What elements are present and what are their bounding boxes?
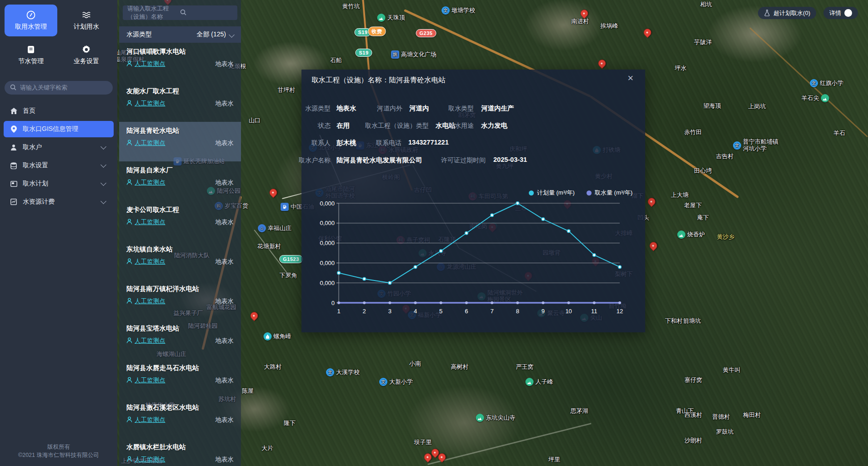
map-label-text: 大溪学校 <box>336 369 360 376</box>
manual-monitor-link[interactable]: 人工监测点 <box>126 218 166 226</box>
sidebar-item-5[interactable]: 水资源计费 <box>4 194 114 210</box>
station-name: 麦卡公司取水工程 <box>126 205 234 214</box>
manual-monitor-link[interactable]: 人工监测点 <box>126 337 166 345</box>
manual-monitor-link[interactable]: 人工监测点 <box>126 139 166 147</box>
station-list-item[interactable]: 陆河县宝塔水电站 人工监测点 地表水 <box>119 320 241 359</box>
close-icon[interactable]: × <box>627 73 633 83</box>
legend-item[interactable]: 取水量 (m³/年) <box>587 189 632 197</box>
filter-dropdown[interactable]: 全部 (125) <box>196 30 234 39</box>
map-place-label: 高树村 <box>451 364 469 371</box>
field-label: 取水户名称 <box>299 156 331 165</box>
nature-poi-icon[interactable] <box>476 414 484 422</box>
meter-icon <box>26 10 36 20</box>
gas-poi-icon[interactable] <box>281 203 289 211</box>
water-poi-icon[interactable] <box>264 332 272 341</box>
culture-poi-icon[interactable]: 旗 <box>391 50 399 59</box>
sidebar-item-label: 首页 <box>23 107 35 115</box>
detail-toggle[interactable]: 详情 <box>823 7 858 19</box>
map-place-label: 下和村 <box>665 318 683 325</box>
map-place-label: 沙朗村 <box>685 437 702 444</box>
svg-text:7: 7 <box>490 308 493 315</box>
module-tile-2[interactable]: 节水管理 <box>5 39 57 71</box>
station-search-input[interactable]: 请输入取水工程（设施）名称 <box>123 5 237 20</box>
source-type-filter: 水源类型 全部 (125) <box>119 26 241 43</box>
school-pin-icon[interactable]: 文 <box>379 378 387 386</box>
station-list-item[interactable]: 东坑镇自来水站 人工监测点 地表水 <box>119 241 241 280</box>
sidebar-item-0[interactable]: 首页 <box>4 103 114 119</box>
map-label-text: 严王窝 <box>516 364 534 371</box>
map-label-text: 人子峰 <box>536 379 553 386</box>
person-icon <box>126 456 132 463</box>
manual-monitor-link[interactable]: 人工监测点 <box>126 100 166 108</box>
map-place-label: 旗高塘文化广场 <box>391 50 437 59</box>
nature-poi-icon[interactable] <box>526 378 534 386</box>
module-tile-3[interactable]: 业务设置 <box>60 39 113 71</box>
station-list-item[interactable]: 陆河县青砼水电站 人工监测点 地表水 <box>119 122 241 161</box>
station-list-item[interactable]: 友能水厂取水工程 人工监测点 地表水 <box>119 82 241 122</box>
module-tile-1[interactable]: 计划用水 <box>60 5 113 36</box>
station-list-item[interactable]: 陆河县激石溪老区水电站 人工监测点 地表水 <box>119 399 241 438</box>
over-plan-water-button[interactable]: 超计划取水(0) <box>758 7 816 19</box>
map-label-text: 寨仔窝 <box>685 377 702 384</box>
station-list-item[interactable]: 陆河县南万镇杞洋水电站 人工监测点 地表水 <box>119 280 241 320</box>
manual-monitor-link[interactable]: 人工监测点 <box>126 376 166 385</box>
map-label-text: 隆下 <box>284 420 296 427</box>
sidebar-item-label: 取水户 <box>23 143 42 151</box>
station-list-item[interactable]: 水唇镇水栏肚水电站 人工监测点 地表水 <box>119 438 241 466</box>
map-place-label: 石船 <box>330 57 342 64</box>
person-icon <box>126 179 132 186</box>
manual-monitor-link[interactable]: 人工监测点 <box>126 179 166 187</box>
nature-poi-icon[interactable] <box>821 94 829 102</box>
module-tile-0[interactable]: 取用水管理 <box>5 5 57 36</box>
manual-monitor-link[interactable]: 人工监测点 <box>126 416 166 424</box>
svg-text:5: 5 <box>439 308 442 315</box>
map-place-label: 文大溪学校 <box>326 368 360 376</box>
blue-poi-icon[interactable]: ⌂ <box>258 224 266 232</box>
svg-text:4,000,000: 4,000,000 <box>320 220 335 226</box>
sidebar-item-1[interactable]: 取水口GIS信息管理 <box>4 121 114 137</box>
water-source-type: 地表水 <box>216 297 234 306</box>
chevron-down-icon <box>100 198 106 204</box>
station-list-item[interactable]: 陆河县自来水厂 人工监测点 地表水 <box>119 161 241 201</box>
manual-monitor-link[interactable]: 人工监测点 <box>126 456 166 464</box>
map-label-text: 芋陂洋 <box>694 39 712 46</box>
module-tile-label: 取用水管理 <box>15 23 47 31</box>
map-label-text: 羊石 <box>833 130 845 137</box>
school-pin-icon[interactable]: 文 <box>326 368 334 376</box>
legend-label: 计划量 (m³/年) <box>537 189 575 197</box>
manual-monitor-link[interactable]: 人工监测点 <box>126 258 166 266</box>
station-list-item[interactable]: 陆河县水唇走马石水电站 人工监测点 地表水 <box>119 359 241 399</box>
nature-poi-icon[interactable] <box>677 230 686 239</box>
flask-icon <box>764 10 770 16</box>
search-icon <box>10 84 16 92</box>
document-icon <box>26 45 36 55</box>
station-list-item[interactable]: 麦卡公司取水工程 人工监测点 地表水 <box>119 201 241 241</box>
field-label: 取水用途 <box>448 122 474 130</box>
sidebar-item-3[interactable]: 取水设置 <box>4 157 114 174</box>
nature-poi-icon[interactable] <box>377 14 386 22</box>
map-place-label: 普德村 <box>712 414 730 421</box>
module-tiles: 取用水管理 计划用水 节水管理 业务设置 <box>0 0 117 75</box>
manual-monitor-link[interactable]: 人工监测点 <box>126 297 166 306</box>
map-label-text: 山口 <box>249 117 261 124</box>
legend-item[interactable]: 计划量 (m³/年) <box>529 189 575 197</box>
manual-monitor-link[interactable]: 人工监测点 <box>126 60 166 68</box>
map-label-text: 黄沙乡 <box>717 234 735 241</box>
map-place-label: 相坑 <box>700 1 712 8</box>
sidebar-item-2[interactable]: 取水户 <box>4 139 114 155</box>
sidebar-search-input[interactable]: 请输入关键字检索 <box>5 81 113 95</box>
map-place-label: 天珠顶 <box>377 14 405 22</box>
school-pin-icon[interactable]: 文 <box>733 141 741 150</box>
chart-legend: 计划量 (m³/年) 取水量 (m³/年) <box>529 189 632 197</box>
map-place-label: 大片 <box>261 445 273 452</box>
station-list-item[interactable]: 河口镇唱歌潭水电站 人工监测点 地表水 <box>119 43 241 82</box>
sidebar-item-4[interactable]: 取水计划 <box>4 175 114 192</box>
station-name: 水唇镇水栏肚水电站 <box>126 443 234 451</box>
sidebar-search-placeholder: 请输入关键字检索 <box>20 84 67 92</box>
chart-icon <box>10 198 17 205</box>
map-place-label: 老屋下 <box>684 202 702 209</box>
school-pin-icon[interactable]: 文 <box>810 79 818 87</box>
school-pin-icon[interactable]: 文 <box>442 6 450 15</box>
map-place-label: 罗鼓坑 <box>716 429 734 436</box>
map-label-text: 沙朗村 <box>685 437 702 444</box>
